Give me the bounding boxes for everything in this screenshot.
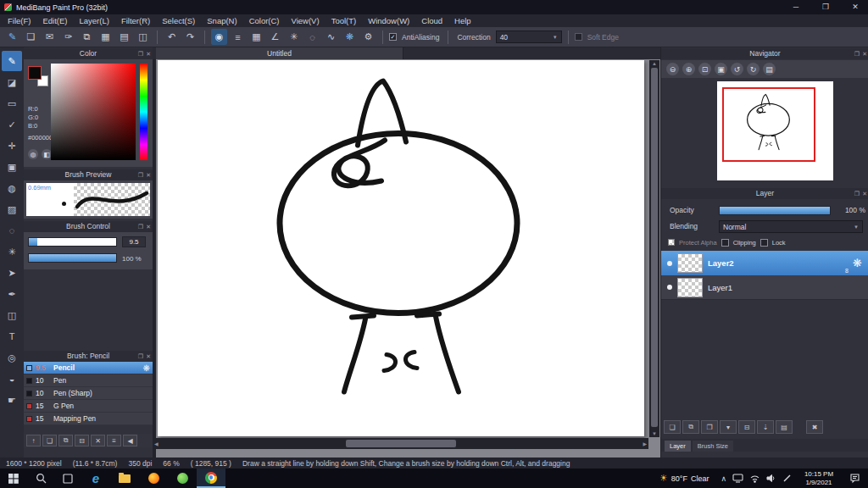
- table-icon[interactable]: ▤: [116, 29, 132, 45]
- popout-icon[interactable]: ❐: [138, 169, 143, 180]
- menu-window[interactable]: Window(W): [362, 14, 415, 27]
- menu-view[interactable]: View(V): [286, 14, 326, 27]
- taskbar-file-explorer[interactable]: [110, 469, 139, 488]
- brush-opacity-slider[interactable]: [28, 253, 117, 263]
- brush-item-pen[interactable]: 10 Pen: [24, 374, 153, 387]
- redo-icon[interactable]: ↷: [182, 29, 198, 45]
- soft-edge-checkbox[interactable]: [575, 33, 582, 41]
- folder-icon[interactable]: ⊟: [75, 435, 89, 446]
- menu-edit[interactable]: Edit(E): [36, 14, 73, 27]
- scroll-up-icon[interactable]: ▲: [652, 61, 657, 66]
- gear-icon[interactable]: ⚙: [360, 29, 376, 45]
- actual-size-icon[interactable]: ▣: [715, 63, 727, 75]
- shape-tool[interactable]: ▣: [2, 157, 22, 177]
- menu-filter[interactable]: Filter(R): [115, 14, 156, 27]
- delete-brush-icon[interactable]: ✕: [91, 435, 105, 446]
- drawing-canvas[interactable]: [158, 60, 644, 436]
- scroll-left-icon[interactable]: ◀: [154, 441, 159, 446]
- menu-icon[interactable]: ≡: [107, 435, 121, 446]
- navigator-thumbnail[interactable]: [717, 81, 833, 180]
- delete-layer-icon[interactable]: ✖: [806, 420, 823, 434]
- duplicate-layer-icon[interactable]: ⧉: [682, 420, 699, 434]
- layer-visibility-toggle[interactable]: [667, 285, 672, 290]
- task-view-button[interactable]: [54, 469, 81, 488]
- divide-tool[interactable]: ◫: [2, 305, 22, 325]
- close-icon[interactable]: ✕: [862, 188, 867, 199]
- menu-cloud[interactable]: Cloud: [415, 14, 448, 27]
- comment-icon[interactable]: ✉: [42, 29, 58, 45]
- action-center-button[interactable]: [841, 469, 868, 488]
- menu-select[interactable]: Select(S): [156, 14, 201, 27]
- mesh-icon[interactable]: ▦: [248, 29, 264, 45]
- new-folder-icon[interactable]: ⊟: [738, 420, 755, 434]
- lock-checkbox[interactable]: [760, 239, 768, 247]
- scroll-right-icon[interactable]: ▶: [643, 441, 647, 446]
- popout-icon[interactable]: ❐: [138, 48, 143, 59]
- hue-slider[interactable]: [140, 64, 147, 160]
- start-button[interactable]: [0, 469, 27, 488]
- antialiasing-checkbox[interactable]: ✓: [389, 33, 397, 41]
- taskbar-green-app[interactable]: [168, 469, 197, 488]
- add-layer-icon[interactable]: ❏: [664, 420, 681, 434]
- saturation-value-picker[interactable]: [51, 64, 136, 160]
- popout-icon[interactable]: ❐: [138, 221, 143, 232]
- move-tool[interactable]: ✛: [2, 136, 22, 156]
- taskbar-chrome[interactable]: [197, 469, 225, 488]
- undo-icon[interactable]: ↶: [164, 29, 180, 45]
- angle-icon[interactable]: ∠: [267, 29, 283, 45]
- brush-item-pen-sharp[interactable]: 10 Pen (Sharp): [24, 387, 153, 400]
- foreground-color-swatch[interactable]: [28, 66, 42, 80]
- tab-brush-size[interactable]: Brush Size: [693, 441, 733, 452]
- document-tab[interactable]: Untitled: [156, 47, 403, 59]
- web-color-icon[interactable]: ◍: [28, 149, 38, 159]
- rasterize-icon[interactable]: ▤: [776, 420, 793, 434]
- rotate-right-icon[interactable]: ↻: [747, 63, 760, 75]
- duplicate-brush-icon[interactable]: ⧉: [58, 435, 73, 446]
- correction-dropdown[interactable]: 40▼: [496, 30, 562, 43]
- zoom-in-icon[interactable]: ⊕: [682, 63, 695, 75]
- search-button[interactable]: [27, 469, 54, 488]
- vertical-scrollbar[interactable]: ▲ ▼: [649, 60, 659, 437]
- blending-dropdown[interactable]: Normal ▼: [719, 220, 863, 233]
- taskbar-firefox[interactable]: [139, 469, 168, 488]
- popout-icon[interactable]: ❐: [854, 48, 860, 59]
- maximize-button[interactable]: ❐: [813, 0, 838, 14]
- brush-settings-icon[interactable]: ❋: [143, 363, 150, 373]
- parallel-lines-icon[interactable]: ≡: [230, 29, 246, 45]
- layer-settings-icon[interactable]: ❋: [853, 257, 862, 269]
- fit-window-icon[interactable]: ⊡: [698, 63, 711, 75]
- taskbar-edge[interactable]: e: [81, 469, 110, 488]
- operation-tool[interactable]: ➤: [2, 263, 22, 283]
- hidden-icons-chevron[interactable]: ∧: [721, 474, 726, 483]
- layer-visibility-toggle[interactable]: [667, 261, 672, 266]
- horizontal-scrollbar[interactable]: ◀ ▶: [153, 438, 648, 449]
- vertical-scroll-thumb[interactable]: [651, 68, 658, 427]
- marquee-select-tool[interactable]: ▭: [2, 93, 22, 114]
- wifi-icon[interactable]: [749, 474, 760, 483]
- save-icon[interactable]: ❏: [23, 29, 39, 45]
- close-button[interactable]: ✕: [843, 0, 868, 14]
- copy-icon[interactable]: ⧉: [79, 29, 95, 45]
- layer-row-layer2[interactable]: Layer2 8 ❋: [661, 251, 868, 275]
- lasso-tool[interactable]: ◌: [2, 220, 22, 241]
- curve-icon[interactable]: ∿: [323, 29, 339, 45]
- reset-view-icon[interactable]: ▤: [763, 63, 776, 75]
- popout-icon[interactable]: ❐: [138, 351, 143, 362]
- close-icon[interactable]: ✕: [146, 169, 151, 180]
- bucket-tool[interactable]: ◍: [2, 178, 22, 198]
- layer-up-icon[interactable]: ❐: [701, 420, 718, 434]
- horizontal-scroll-thumb[interactable]: [346, 440, 456, 447]
- brush-item-g-pen[interactable]: 15 G Pen: [24, 400, 153, 413]
- cross-icon[interactable]: ✳: [286, 29, 302, 45]
- brush-item-mapping-pen[interactable]: 15 Mapping Pen: [24, 413, 153, 425]
- close-icon[interactable]: ✕: [862, 48, 867, 59]
- close-icon[interactable]: ✕: [146, 221, 151, 232]
- menu-snap[interactable]: Snap(N): [201, 14, 242, 27]
- hand-tool[interactable]: ☛: [2, 390, 22, 410]
- magic-wand-tool[interactable]: ✳: [2, 241, 22, 262]
- brush-size-slider[interactable]: [28, 237, 117, 247]
- grid-icon[interactable]: ▦: [97, 29, 114, 45]
- minimize-button[interactable]: ─: [783, 0, 809, 14]
- curve-pen-tool[interactable]: ✒: [2, 284, 22, 304]
- pen-icon[interactable]: ✎: [4, 29, 20, 45]
